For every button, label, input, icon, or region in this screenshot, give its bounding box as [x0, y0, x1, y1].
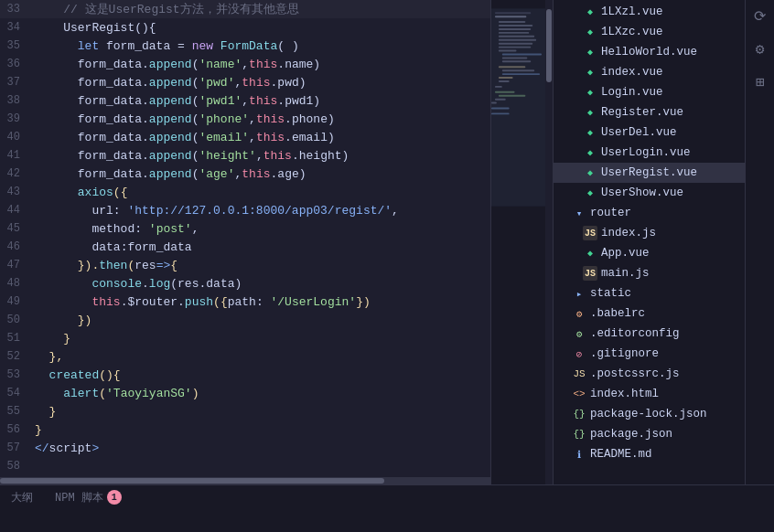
vertical-scroll-thumb[interactable] [546, 9, 552, 82]
file-item-babelrc[interactable]: ⚙.babelrc [554, 303, 745, 324]
file-item-router-folder[interactable]: ▾router [554, 203, 745, 223]
tab-outline[interactable]: 大纲 [7, 488, 37, 507]
file-name: Login.vue [601, 86, 663, 99]
line-number: 50 [0, 314, 35, 326]
vue-icon: ◆ [583, 25, 597, 39]
file-item-package-lock[interactable]: {}package-lock.json [554, 404, 745, 424]
line-number: 58 [0, 460, 35, 473]
refresh-icon[interactable]: ⟳ [747, 4, 773, 29]
line-content: console.log(res.data) [35, 277, 483, 291]
file-item-UserShow[interactable]: ◆UserShow.vue [554, 183, 745, 203]
line: 39 form_data.append('phone',this.phone) [0, 110, 490, 128]
folder-open-icon: ▾ [572, 206, 586, 220]
line-number: 48 [0, 277, 35, 290]
line-number: 39 [0, 112, 35, 125]
file-item-gitignore[interactable]: ⊘.gitignore [554, 344, 745, 364]
line-number: 49 [0, 295, 35, 308]
vue-icon: ◆ [583, 246, 597, 261]
file-item-1LXzc[interactable]: ◆1LXzc.vue [554, 22, 745, 42]
line-content: } [35, 332, 483, 346]
line: 49 this.$router.push({path: '/UserLogin'… [0, 293, 490, 311]
file-item-index-html[interactable]: <>index.html [554, 384, 745, 404]
line: 46 data:form_data [0, 238, 490, 256]
npm-tab-label: NPM 脚本 [55, 490, 103, 505]
file-item-readme[interactable]: ℹREADME.md [554, 444, 745, 464]
file-name: 1LXzl.vue [601, 5, 663, 18]
file-item-HelloWorld[interactable]: ◆HelloWorld.vue [554, 42, 745, 62]
line: 48 console.log(res.data) [0, 274, 490, 293]
line: 42 form_data.append('age',this.age) [0, 165, 490, 183]
vue-icon: ◆ [583, 105, 597, 120]
line-number: 57 [0, 442, 35, 454]
line-content: form_data.append('phone',this.phone) [35, 112, 483, 126]
file-item-postcssrc[interactable]: JS.postcssrc.js [554, 364, 745, 384]
file-item-index-js[interactable]: JSindex.js [554, 223, 745, 243]
babelrc-icon: ⚙ [572, 306, 586, 321]
code-lines: 33 // 这是UserRegist方法，并没有其他意思34 UserRegis… [0, 0, 490, 477]
vertical-scrollbar[interactable] [545, 0, 553, 484]
line-content: this.$router.push({path: '/UserLogin'}) [35, 295, 483, 309]
line-content: alert('TaoyiyanSG') [35, 387, 483, 400]
folder-closed-icon: ▸ [572, 286, 586, 301]
line-content: axios({ [35, 186, 483, 199]
vue-icon: ◆ [583, 65, 597, 80]
vue-icon: ◆ [583, 165, 597, 180]
line-content: form_data.append('age',this.age) [35, 167, 483, 181]
line: 44 url: 'http://127.0.0.1:8000/app03/reg… [0, 201, 490, 219]
blocks-icon[interactable]: ⊞ [747, 69, 773, 95]
file-item-static[interactable]: ▸static [554, 283, 745, 303]
line: 41 form_data.append('height',this.height… [0, 146, 490, 165]
json-icon: {} [572, 427, 586, 442]
panel-tabs: 大纲 NPM 脚本 1 [0, 485, 774, 509]
settings-icon[interactable]: ⚙ [747, 37, 773, 62]
vue-icon: ◆ [583, 45, 597, 59]
file-item-1LXzl[interactable]: ◆1LXzl.vue [554, 2, 745, 22]
line-number: 47 [0, 259, 35, 271]
tab-npm[interactable]: NPM 脚本 1 [51, 488, 125, 507]
horizontal-scroll-thumb[interactable] [0, 478, 384, 484]
line: 53 created(){ [0, 366, 490, 384]
vue-icon: ◆ [583, 85, 597, 100]
file-item-main-js[interactable]: JSmain.js [554, 263, 745, 283]
line: 54 alert('TaoyiyanSG') [0, 384, 490, 402]
line-number: 45 [0, 222, 35, 235]
file-item-editorconfig[interactable]: ⚙.editorconfig [554, 324, 745, 344]
line-number: 35 [0, 39, 35, 52]
line-content: created(){ [35, 368, 483, 382]
file-item-App-vue[interactable]: ◆App.vue [554, 243, 745, 263]
file-name: main.js [601, 267, 650, 280]
file-item-index-vue[interactable]: ◆index.vue [554, 62, 745, 82]
postcss-icon: JS [572, 367, 586, 381]
file-tree: ◆1LXzl.vue◆1LXzc.vue◆HelloWorld.vue◆inde… [554, 0, 745, 484]
file-name: .gitignore [590, 347, 659, 360]
line-content: form_data.append('height',this.height) [35, 149, 483, 163]
minimap [490, 0, 545, 484]
line: 40 form_data.append('email',this.email) [0, 128, 490, 146]
line-number: 53 [0, 368, 35, 381]
line: 36 form_data.append('name',this.name) [0, 55, 490, 73]
file-item-UserRegist[interactable]: ◆UserRegist.vue [554, 163, 745, 183]
file-name: 1LXzc.vue [601, 26, 663, 38]
line-content: url: 'http://127.0.0.1:8000/app03/regist… [35, 204, 483, 218]
line-content: }, [35, 350, 483, 364]
file-item-package-json[interactable]: {}package.json [554, 424, 745, 444]
file-name: App.vue [601, 247, 650, 260]
line: 45 method: 'post', [0, 219, 490, 238]
file-item-Login[interactable]: ◆Login.vue [554, 82, 745, 102]
file-name: package-lock.json [590, 408, 707, 420]
line-number: 51 [0, 332, 35, 345]
file-name: router [590, 207, 631, 219]
file-item-UserDel[interactable]: ◆UserDel.vue [554, 122, 745, 143]
file-item-Register[interactable]: ◆Register.vue [554, 102, 745, 122]
bottom-panel: 大纲 NPM 脚本 1 [0, 484, 774, 532]
file-name: index.html [590, 388, 659, 400]
line: 34 UserRegist(){ [0, 18, 490, 37]
line-content: let form_data = new FormData( ) [35, 39, 483, 53]
line: 47 }).then(res=>{ [0, 256, 490, 274]
line: 33 // 这是UserRegist方法，并没有其他意思 [0, 0, 490, 18]
file-name: UserShow.vue [601, 186, 683, 199]
file-item-UserLogin[interactable]: ◆UserLogin.vue [554, 143, 745, 163]
horizontal-scrollbar[interactable] [0, 477, 490, 484]
line-content: }) [35, 314, 483, 327]
line-number: 55 [0, 405, 35, 418]
